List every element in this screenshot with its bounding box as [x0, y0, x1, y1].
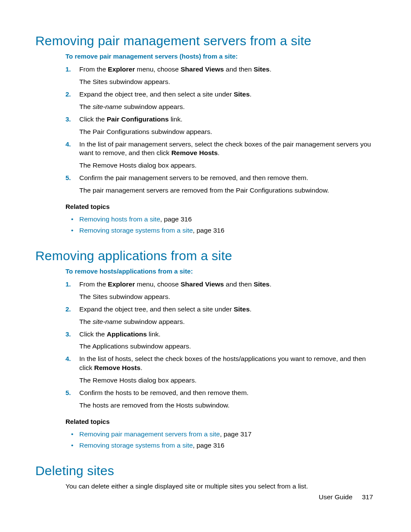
related-item: Removing storage systems from a site, pa… [65, 225, 376, 236]
deleting-sites-intro: You can delete either a single displayed… [65, 482, 380, 490]
footer-label: User Guide [319, 493, 352, 501]
related-item: Removing pair management servers from a … [65, 429, 376, 440]
procedure-label-1: To remove pair management servers (hosts… [65, 53, 376, 60]
page-footer: User Guide317 [319, 493, 373, 501]
procedure-label-2: To remove hosts/applications from a site… [65, 268, 376, 275]
step: In the list of pair management servers, … [65, 140, 376, 171]
related-topics-heading: Related topics [65, 418, 376, 425]
related-item: Removing hosts from a site, page 316 [65, 214, 376, 225]
related-link[interactable]: Removing hosts from a site [79, 215, 160, 223]
step: Expand the object tree, and then select … [65, 305, 376, 327]
step: From the Explorer menu, choose Shared Vi… [65, 280, 376, 302]
related-link[interactable]: Removing storage systems from a site [79, 227, 193, 234]
heading-removing-applications: Removing applications from a site [35, 249, 380, 263]
step: In the list of hosts, select the check b… [65, 355, 376, 385]
steps-list-1: From the Explorer menu, choose Shared Vi… [65, 65, 376, 195]
step: Click the Pair Configurations link. The … [65, 115, 376, 137]
page-number: 317 [362, 493, 373, 501]
step: Confirm the hosts to be removed, and the… [65, 389, 376, 410]
step: Confirm the pair management servers to b… [65, 174, 376, 195]
step: From the Explorer menu, choose Shared Vi… [65, 65, 376, 87]
steps-list-2: From the Explorer menu, choose Shared Vi… [65, 280, 376, 410]
heading-removing-pair-mgmt: Removing pair management servers from a … [35, 34, 380, 48]
section-1-body: To remove pair management servers (hosts… [65, 53, 376, 236]
page: Removing pair management servers from a … [0, 0, 411, 532]
related-topics-heading: Related topics [65, 203, 376, 210]
step: Expand the object tree, and then select … [65, 90, 376, 112]
step: Click the Applications link. The Applica… [65, 330, 376, 352]
section-2-body: To remove hosts/applications from a site… [65, 268, 376, 451]
related-link[interactable]: Removing storage systems from a site [79, 442, 193, 449]
heading-deleting-sites: Deleting sites [35, 464, 380, 478]
related-topics-list: Removing hosts from a site, page 316 Rem… [65, 214, 376, 236]
related-link[interactable]: Removing pair management servers from a … [79, 430, 220, 438]
related-item: Removing storage systems from a site, pa… [65, 440, 376, 451]
related-topics-list: Removing pair management servers from a … [65, 429, 376, 451]
